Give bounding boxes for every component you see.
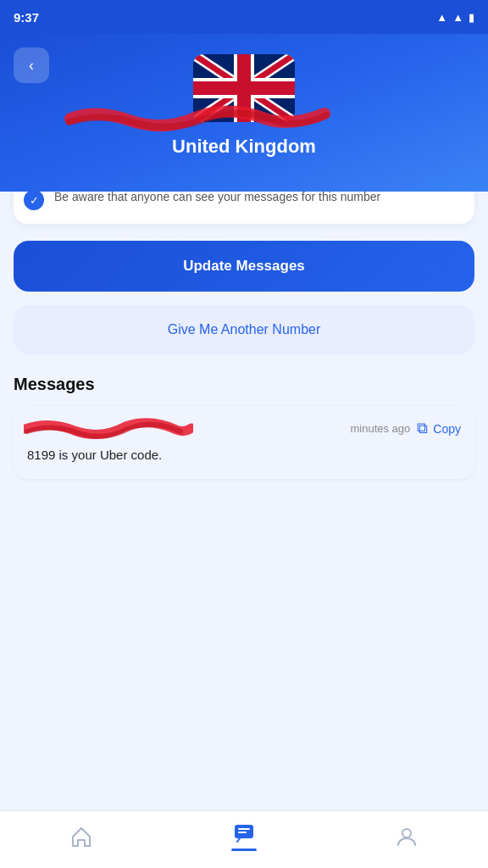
uk-flag xyxy=(193,54,295,122)
nav-profile[interactable] xyxy=(395,825,419,849)
nav-active-indicator xyxy=(231,849,257,851)
svg-rect-8 xyxy=(193,81,295,95)
update-messages-button[interactable]: Update Messages xyxy=(14,241,474,292)
country-name: United Kingdom xyxy=(172,136,316,157)
copy-icon: ⧉ xyxy=(417,420,428,437)
svg-point-10 xyxy=(402,829,411,837)
messages-icon xyxy=(232,821,256,845)
message-time: minutes ago xyxy=(350,422,410,435)
hero-section: ‹ United Kingdom xyxy=(0,34,488,192)
bottom-nav xyxy=(0,810,488,868)
message-header: minutes ago ⧉ Copy xyxy=(27,420,461,437)
country-name-wrapper: United Kingdom xyxy=(172,136,316,158)
signal-icon: ▲ xyxy=(452,11,463,24)
copy-label: Copy xyxy=(433,422,461,436)
back-icon: ‹ xyxy=(29,57,34,75)
message-body: 8199 is your Uber code. xyxy=(27,446,461,465)
message-card: minutes ago ⧉ Copy 8199 is your Uber cod… xyxy=(14,406,474,479)
nav-home[interactable] xyxy=(69,825,93,849)
sender-wrapper xyxy=(27,421,350,437)
profile-icon xyxy=(395,825,419,849)
status-bar: 9:37 ▲ ▲ ▮ xyxy=(0,0,488,34)
back-button[interactable]: ‹ xyxy=(14,47,49,83)
message-sender xyxy=(27,422,76,436)
another-number-button[interactable]: Give Me Another Number xyxy=(14,305,474,354)
status-icons: ▲ ▲ ▮ xyxy=(436,11,474,24)
notice-check-icon: ✓ xyxy=(24,190,44,210)
battery-icon: ▮ xyxy=(469,11,474,24)
content-area: ✓ Be aware that anyone can see your mess… xyxy=(0,175,488,479)
flag-container xyxy=(193,54,295,122)
status-time: 9:37 xyxy=(14,10,39,25)
nav-messages[interactable] xyxy=(231,821,257,851)
copy-button[interactable]: ⧉ Copy xyxy=(417,420,461,437)
wifi-icon: ▲ xyxy=(436,11,447,24)
messages-title: Messages xyxy=(14,375,474,394)
home-icon xyxy=(69,825,93,849)
